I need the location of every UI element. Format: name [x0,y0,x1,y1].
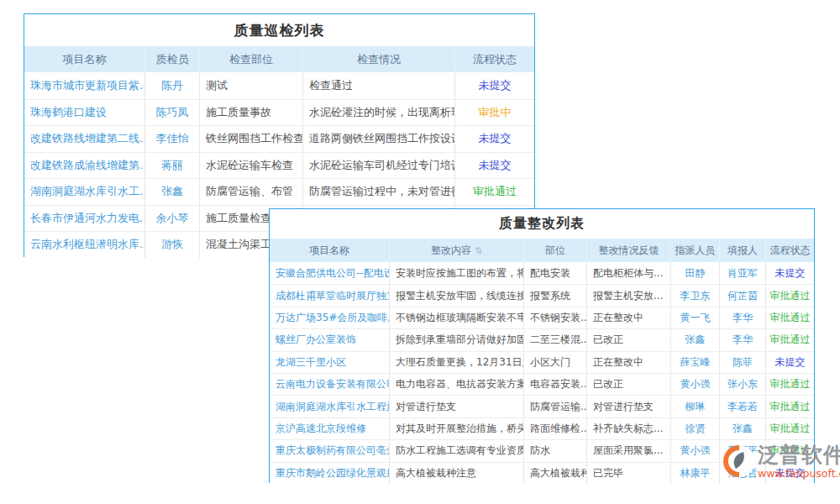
person-link[interactable]: 柳琳 [671,396,720,417]
person-link[interactable]: 范思哲 [720,463,766,484]
text-cell: 防腐管运输过程中，未对管进行... [303,179,455,205]
status-badge: 审批通过 [766,285,814,306]
column-header-rectification-5: 填报人 [720,239,766,262]
project-name-link[interactable]: 改建铁路线增建第二线... [24,126,145,152]
column-header-rectification-6: 流程状态 [766,239,814,262]
project-name-link[interactable]: 湖南洞庭湖水库引水工... [24,179,145,205]
text-cell: 补齐缺失标志... [587,418,671,439]
person-link[interactable]: 陈丹 [145,72,200,99]
person-link[interactable]: 黄小强 [671,440,720,461]
text-cell: 拆除到承重墙部分请做好加固... [390,329,524,350]
status-badge: 审批通过 [766,396,814,417]
project-name-link[interactable]: 珠海鹤港口建设 [24,100,145,126]
project-name-link[interactable]: 重庆市鹅岭公园绿化景观提升... [270,463,390,484]
project-name-link[interactable]: 云南水利枢纽潜明水库... [24,232,145,258]
person-link[interactable]: 余小琴 [145,206,200,232]
quality-rectification-body: 安徽合肥供电公司--配电设备...安装时应按施工图的布置，将...配电安装配电柜… [270,262,814,484]
table-row: 湖南洞庭湖水库引水工程施工I标对管进行垫支防腐管运输...对管进行垫支柳琳李若若… [270,395,814,417]
person-link[interactable]: 薛宝峰 [671,352,720,373]
quality-rectification-title: 质量整改列表 [270,209,814,239]
column-header-inspection-3: 检查情况 [303,46,455,72]
quality-inspection-header-row: 项目名称质检员检查部位检查情况流程状态 [24,46,534,72]
text-cell: 对其及时开展整治措施，桥头... [390,418,524,439]
column-header-label: 项目名称 [309,244,349,258]
person-link[interactable]: 黄一飞 [671,307,720,328]
text-cell: 已完毕 [587,463,671,484]
person-link[interactable]: 何芷茵 [720,285,766,306]
status-badge: 审批通过 [766,440,814,461]
project-name-link[interactable]: 成都杜甫草堂临时展厅独立展... [270,285,390,306]
status-badge: 审批通过 [766,374,814,395]
column-header-label: 流程状态 [473,52,517,67]
project-name-link[interactable]: 湖南洞庭湖水库引水工程施工I标 [270,396,390,417]
person-link[interactable]: 李华 [720,307,766,328]
status-badge: 未提交 [455,126,534,152]
status-badge: 未提交 [455,72,534,99]
text-cell: 高大植被栽种 [524,463,587,484]
text-cell: 防腐管运输、布管 [200,179,303,205]
text-cell: 屋面采用聚氯... [587,440,671,461]
column-header-inspection-4: 流程状态 [455,46,534,72]
column-header-label: 整改内容 [431,244,471,258]
person-link[interactable]: 游恢 [145,232,200,258]
person-link[interactable]: 陈菲 [720,352,766,373]
project-name-link[interactable]: 京沪高速北京段维修 [270,418,390,439]
text-cell: 水泥砼灌注的时候，出现离析现象 [303,100,455,126]
column-header-rectification-0: 项目名称 [270,239,390,262]
person-link[interactable]: 黄小强 [671,374,720,395]
person-link[interactable]: 蒋丽 [145,153,200,179]
status-badge: 审批通过 [766,307,814,328]
person-link[interactable]: 林康平 [671,463,720,484]
project-name-link[interactable]: 珠海市城市更新项目紫... [24,72,145,99]
person-link[interactable]: 李卫东 [671,285,720,306]
text-cell: 报警主机安放牢固，线缆连接... [390,285,524,306]
table-row: 改建铁路成渝线增建第...蒋丽水泥砼运输车检查水泥砼运输车司机经过专门培训...… [24,152,534,179]
column-header-inspection-1: 质检员 [145,46,200,72]
column-header-inspection-0: 项目名称 [24,46,145,72]
person-link[interactable]: 张鑫 [145,179,200,205]
project-name-link[interactable]: 改建铁路成渝线增建第... [24,153,145,179]
project-name-link[interactable]: 重庆太极制药有限公司亳州中... [270,440,390,461]
person-link[interactable]: 张鑫 [671,329,720,350]
person-link[interactable]: 徐贤 [671,418,720,439]
column-header-inspection-2: 检查部位 [200,46,303,72]
text-cell: 防水工程施工选调有专业资质... [390,440,524,461]
text-cell: 道路两侧铁丝网围挡工作按设计... [303,126,455,152]
column-header-rectification-1[interactable]: 整改内容⇅ [390,239,524,262]
table-row: 云南电力设备安装有限公司20...电力电容器、电抗器安装方案,...电容器安装.… [270,373,814,395]
table-row: 龙湖三千里小区大理石质量更换，12月31日之...小区大门正在整改中薛宝峰陈菲未… [270,351,814,373]
column-header-label: 检查情况 [357,52,401,67]
text-cell: 大理石质量更换，12月31日之... [390,352,524,373]
project-name-link[interactable]: 云南电力设备安装有限公司20... [270,374,390,395]
project-name-link[interactable]: 螺丝厂办公室装饰 [270,329,390,350]
person-link[interactable]: 张小东 [720,374,766,395]
text-cell: 正在整改中 [587,307,671,328]
project-name-link[interactable]: 长春市伊通河水力发电... [24,206,145,232]
quality-rectification-table: 质量整改列表 项目名称整改内容⇅部位整改情况反馈指派人员填报人流程状态 安徽合肥… [269,208,815,483]
person-link[interactable]: 田静 [671,262,720,284]
table-row: 安徽合肥供电公司--配电设备...安装时应按施工图的布置，将...配电安装配电柜… [270,262,814,284]
text-cell: 电力电容器、电抗器安装方案,... [390,374,524,395]
table-row: 改建铁路线增建第二线...李佳怡铁丝网围挡工作检查道路两侧铁丝网围挡工作按设计.… [24,125,534,152]
column-header-label: 质检员 [156,52,189,67]
sort-icon[interactable]: ⇅ [475,246,482,255]
text-cell: 施工质量事故 [200,100,303,126]
person-link[interactable]: 董清平 [720,440,766,461]
person-link[interactable]: 陈巧凤 [145,100,200,126]
text-cell: 铁丝网围挡工作检查 [200,126,303,152]
person-link[interactable]: 李华 [720,329,766,350]
text-cell: 高大植被栽种注意 [390,463,524,484]
column-header-label: 整改情况反馈 [599,244,659,258]
project-name-link[interactable]: 龙湖三千里小区 [270,352,390,373]
status-badge: 未提交 [766,352,814,373]
person-link[interactable]: 张鑫 [720,418,766,439]
person-link[interactable]: 肖亚军 [720,262,766,284]
person-link[interactable]: 李佳怡 [145,126,200,152]
text-cell: 水泥砼运输车检查 [200,153,303,179]
text-cell: 检查通过 [303,72,455,99]
person-link[interactable]: 李若若 [720,396,766,417]
table-row: 万达广场35#会所及咖啡厅空...不锈钢边框玻璃隔断安装不牢...不锈钢安装..… [270,307,814,328]
project-name-link[interactable]: 万达广场35#会所及咖啡厅空... [270,307,390,328]
project-name-link[interactable]: 安徽合肥供电公司--配电设备... [270,262,390,284]
text-cell: 报警系统 [524,285,587,306]
